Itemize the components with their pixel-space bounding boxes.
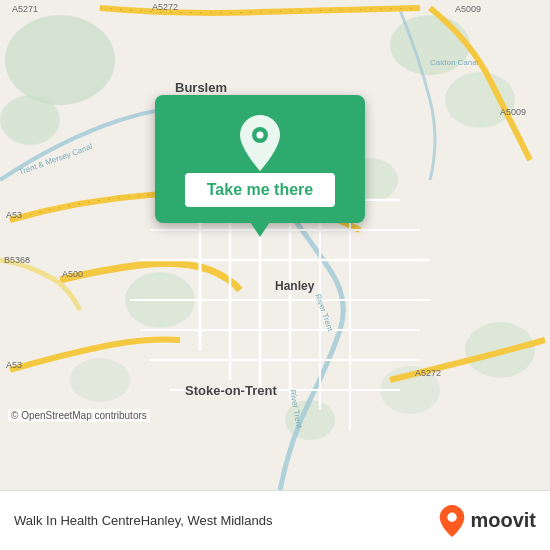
- svg-text:Stoke-on-Trent: Stoke-on-Trent: [185, 383, 277, 398]
- svg-point-7: [70, 358, 130, 402]
- svg-text:Caldon Canal: Caldon Canal: [430, 58, 479, 67]
- svg-point-2: [0, 95, 60, 145]
- svg-text:A500: A500: [62, 269, 83, 279]
- copyright-text: © OpenStreetMap contributors: [8, 409, 150, 422]
- take-me-there-button[interactable]: Take me there: [185, 173, 335, 207]
- location-pin-icon: [235, 113, 285, 163]
- svg-text:Burslem: Burslem: [175, 80, 227, 95]
- svg-text:A53: A53: [6, 360, 22, 370]
- location-name: Walk In Health CentreHanley, West Midlan…: [14, 513, 438, 528]
- svg-text:A53: A53: [6, 210, 22, 220]
- moovit-logo: moovit: [438, 504, 536, 538]
- popup-card: Take me there: [155, 95, 365, 223]
- svg-point-43: [448, 512, 457, 521]
- svg-point-4: [445, 72, 515, 128]
- svg-text:A5009: A5009: [500, 107, 526, 117]
- bottom-bar: Walk In Health CentreHanley, West Midlan…: [0, 490, 550, 550]
- svg-text:Hanley: Hanley: [275, 279, 315, 293]
- svg-text:A5009: A5009: [455, 4, 481, 14]
- svg-text:A5272: A5272: [152, 2, 178, 12]
- moovit-pin-icon: [438, 504, 466, 538]
- svg-text:A5271: A5271: [12, 4, 38, 14]
- svg-text:B5368: B5368: [4, 255, 30, 265]
- svg-text:A5272: A5272: [415, 368, 441, 378]
- moovit-wordmark: moovit: [470, 509, 536, 532]
- svg-point-1: [5, 15, 115, 105]
- svg-point-42: [257, 132, 264, 139]
- map-container: A5272 A5271 A5009 A5009 A53 A53 A500 A53…: [0, 0, 550, 490]
